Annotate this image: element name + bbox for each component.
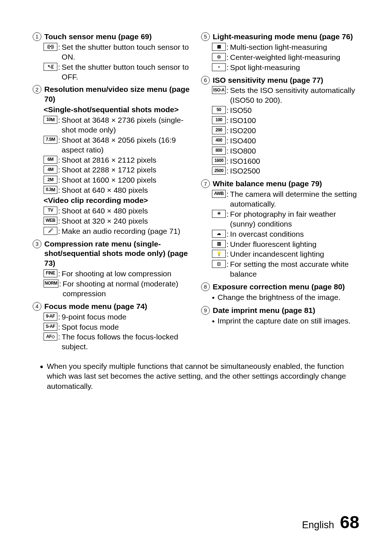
item-description: The camera will determine the setting au… <box>230 190 359 209</box>
colon: : <box>58 115 60 125</box>
menu-item: S-AF:Spot focus mode <box>44 322 191 332</box>
item-description: ISO800 <box>230 146 359 156</box>
section-heading: 4Focus mode menu (page 74) <box>33 302 191 311</box>
colon: : <box>226 260 229 269</box>
section-title: Touch sensor menu (page 69) <box>44 32 152 42</box>
menu-item: 2M:Shoot at 1600 × 1200 pixels <box>44 175 191 185</box>
mode-icon: 10M <box>44 116 57 124</box>
page: 1Touch sensor menu (page 69)((•)):Set th… <box>0 0 392 554</box>
mode-icon: 100 <box>212 116 226 124</box>
colon: : <box>226 106 229 115</box>
item-description: Sets the ISO sensitivity automatically (… <box>230 86 359 105</box>
mode-icon: ▦ <box>212 43 226 51</box>
section-title: ISO sensitivity menu (page 77) <box>213 76 323 85</box>
section-heading: 7White balance menu (page 79) <box>201 179 359 189</box>
colon: : <box>226 53 229 62</box>
item-description: 9-point focus mode <box>62 312 191 322</box>
item-description: For setting the most accurate white bala… <box>230 260 359 279</box>
item-description: Shoot at 1600 × 1200 pixels <box>62 175 191 185</box>
section-number-icon: 5 <box>201 32 210 41</box>
colon: : <box>226 229 229 239</box>
section-title: White balance menu (page 79) <box>213 179 322 189</box>
colon: : <box>58 135 60 145</box>
colon: : <box>58 206 60 216</box>
colon: : <box>226 156 229 166</box>
menu-item: 50:ISO50 <box>212 106 359 115</box>
item-description: ISO50 <box>230 106 359 115</box>
section-subhead: <Video clip recording mode> <box>44 196 191 205</box>
colon: : <box>226 42 229 52</box>
item-description: Shoot at 3648 × 2056 pixels (16:9 aspect… <box>62 135 191 155</box>
bullet-icon: • <box>212 317 215 326</box>
section-heading: 6ISO sensitivity menu (page 77) <box>201 76 359 85</box>
colon: : <box>58 155 60 165</box>
colon: : <box>58 62 60 72</box>
menu-item: ISO-A:Sets the ISO sensitivity automatic… <box>212 86 359 105</box>
mode-icon: 800 <box>212 147 226 155</box>
menu-item: 🎤:Make an audio recording (page 71) <box>44 227 191 236</box>
two-columns: 1Touch sensor menu (page 69)((•)):Set th… <box>33 32 359 355</box>
menu-section: 5Light-measuring mode menu (page 76)▦:Mu… <box>201 32 359 73</box>
mode-icon: ◎ <box>212 53 226 61</box>
colon: : <box>58 216 60 226</box>
section-number-icon: 6 <box>201 76 210 85</box>
item-description: Shoot at 2288 × 1712 pixels <box>62 165 191 175</box>
section-heading: 3Compression rate menu (single-shot/sequ… <box>33 239 191 269</box>
menu-section: 4Focus mode menu (page 74)9-AF:9-point f… <box>33 302 191 352</box>
item-description: ISO2500 <box>230 166 359 176</box>
item-description: ISO1600 <box>230 156 359 166</box>
mode-icon: 4M <box>44 166 57 174</box>
menu-item: 0.3M:Shoot at 640 × 480 pixels <box>44 186 191 195</box>
items-group: 9-AF:9-point focus modeS-AF:Spot focus m… <box>44 312 191 352</box>
items-group: 10M:Shoot at 3648 × 2736 pixels (single-… <box>44 115 191 195</box>
colon: : <box>58 227 60 236</box>
colon: : <box>226 166 229 176</box>
colon: : <box>58 322 60 332</box>
section-number-icon: 3 <box>33 240 41 248</box>
colon: : <box>226 63 229 73</box>
section-heading: 8Exposure correction menu (page 80) <box>201 282 359 292</box>
colon: : <box>58 165 60 175</box>
bullet-text: Change the brightness of the image. <box>217 293 359 302</box>
section-title: Focus mode menu (page 74) <box>44 302 147 311</box>
item-description: Set the shutter button touch sensor to O… <box>62 42 191 62</box>
colon: : <box>226 240 229 249</box>
bullet-icon: • <box>40 362 43 371</box>
colon: : <box>58 175 60 185</box>
item-description: For photography in fair weather (sunny) … <box>230 209 359 229</box>
item-description: In overcast conditions <box>230 229 359 239</box>
mode-icon: 0.3M <box>44 186 57 194</box>
menu-item: 6M:Shoot at 2816 × 2112 pixels <box>44 155 191 165</box>
colon: : <box>58 42 60 52</box>
right-column: 5Light-measuring mode menu (page 76)▦:Mu… <box>201 32 359 355</box>
colon: : <box>226 249 229 259</box>
menu-section: 3Compression rate menu (single-shot/sequ… <box>33 239 191 299</box>
colon: : <box>226 190 229 199</box>
mode-icon: 200 <box>212 126 226 134</box>
menu-item: TV:Shoot at 640 × 480 pixels <box>44 206 191 216</box>
colon: : <box>226 146 229 156</box>
colon: : <box>226 116 229 126</box>
bullet-item: •Change the brightness of the image. <box>212 293 359 303</box>
menu-item: ▦:Multi-section light-measuring <box>212 42 359 52</box>
bullet-item: •Imprint the capture date on still image… <box>212 316 359 326</box>
page-footer: English 68 <box>302 512 359 532</box>
mode-icon: AWB <box>212 190 226 198</box>
footnote-text: When you specify multiple functions that… <box>47 361 355 391</box>
mode-icon: NORM <box>44 280 58 288</box>
section-heading: 2Resolution menu/video size menu (page 7… <box>33 85 191 104</box>
bullet-text: Imprint the capture date on still images… <box>217 316 359 326</box>
mode-icon: 7.5M <box>44 136 57 144</box>
menu-item: ▪:Spot light-measuring <box>212 63 359 73</box>
menu-section: 8Exposure correction menu (page 80)•Chan… <box>201 282 359 303</box>
item-description: Spot light-measuring <box>230 63 359 73</box>
item-description: For shooting at normal (moderate) compre… <box>63 279 191 299</box>
menu-section: 6ISO sensitivity menu (page 77)ISO-A:Set… <box>201 76 359 176</box>
mode-icon: ⊡ <box>212 260 226 268</box>
colon: : <box>226 86 229 95</box>
left-column: 1Touch sensor menu (page 69)((•)):Set th… <box>33 32 191 355</box>
footnote: • When you specify multiple functions th… <box>33 361 359 391</box>
mode-icon: TV <box>44 207 57 215</box>
section-number-icon: 8 <box>201 282 210 291</box>
mode-icon: WEB <box>44 217 57 225</box>
